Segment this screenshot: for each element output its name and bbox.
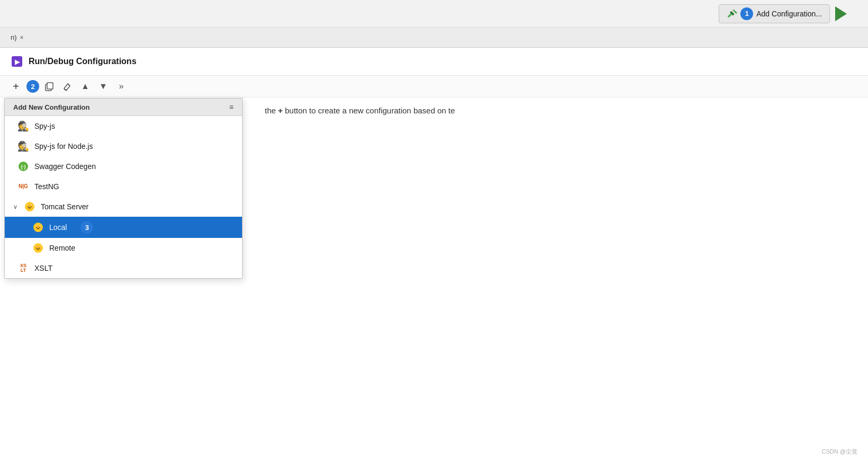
right-prefix-text: the: [265, 106, 276, 115]
xslt-icon: XSLT: [17, 262, 29, 274]
list-item[interactable]: 🕵 Spy-js for Node.js: [5, 136, 242, 156]
dialog-toolbar: + 2 ▲ ▼ » Add New Conf: [0, 76, 868, 97]
list-item[interactable]: N|G TestNG: [5, 176, 242, 197]
swagger-icon: {·}: [17, 161, 29, 172]
main-area: ▶ Run/Debug Configurations + 2: [0, 48, 868, 461]
more-button[interactable]: »: [113, 79, 129, 94]
list-item[interactable]: 🐱 Remote: [5, 238, 242, 258]
step-badge-3: 3: [80, 221, 93, 234]
step-badge-2: 2: [26, 80, 39, 93]
add-button[interactable]: +: [8, 79, 23, 94]
dialog-title-bar: ▶ Run/Debug Configurations: [0, 48, 868, 76]
dropdown-header: Add New Configuration ≡: [5, 99, 242, 116]
dialog-title: Run/Debug Configurations: [29, 57, 137, 66]
step-badge-1: 1: [740, 7, 753, 20]
dialog-panel: ▶ Run/Debug Configurations + 2: [0, 48, 868, 461]
right-suffix-text: button to create a new configuration bas…: [285, 106, 455, 115]
play-button[interactable]: [835, 6, 847, 21]
expand-arrow-icon: ∨: [13, 203, 17, 210]
list-item[interactable]: {·} Swagger Codegen: [5, 156, 242, 176]
tomcat-remote-icon: 🐱: [32, 242, 44, 254]
top-toolbar: 1 Add Configuration...: [0, 0, 868, 28]
remote-label: Remote: [49, 244, 75, 252]
tab-label: n): [11, 33, 17, 41]
tomcat-icon: 🐱: [24, 201, 35, 212]
svg-text:{·}: {·}: [21, 164, 26, 170]
svg-text:🐱: 🐱: [34, 244, 42, 252]
list-item[interactable]: XSLT XSLT: [5, 258, 242, 278]
svg-rect-6: [47, 83, 53, 89]
tomcat-label: Tomcat Server: [41, 202, 88, 211]
content-right-area: the + button to create a new configurati…: [254, 95, 868, 126]
tab-bar: n) ×: [0, 28, 868, 48]
right-plus-text: +: [278, 106, 285, 115]
list-item[interactable]: ∨ 🐱 Tomcat Server: [5, 197, 242, 217]
spy-js-node-icon: 🕵: [17, 140, 29, 152]
edit-button[interactable]: [59, 79, 75, 94]
spy-js-label: Spy-js: [34, 122, 55, 130]
local-label: Local: [49, 223, 67, 232]
svg-text:🐱: 🐱: [26, 203, 33, 210]
tab-item[interactable]: n) ×: [4, 31, 30, 44]
svg-text:▶: ▶: [15, 58, 20, 66]
copy-button[interactable]: [41, 79, 57, 94]
run-debug-icon: ▶: [11, 55, 23, 68]
dropdown-menu: Add New Configuration ≡ 🕵 Spy-js 🕵 Spy-j…: [4, 98, 243, 279]
testng-icon: N|G: [17, 181, 29, 192]
testng-label: TestNG: [34, 182, 59, 191]
list-item[interactable]: 🕵 Spy-js: [5, 116, 242, 136]
spy-js-node-label: Spy-js for Node.js: [34, 142, 93, 150]
tab-close-button[interactable]: ×: [20, 34, 24, 41]
filter-icon: ≡: [229, 103, 234, 111]
watermark: CSDN @尘觉: [822, 448, 857, 456]
add-configuration-button[interactable]: 1 Add Configuration...: [719, 4, 830, 23]
list-item[interactable]: 🐱 Local 3: [5, 217, 242, 238]
spy-js-icon: 🕵: [17, 120, 29, 132]
svg-rect-0: [728, 13, 732, 17]
svg-line-7: [68, 84, 70, 86]
move-up-button[interactable]: ▲: [77, 79, 93, 94]
svg-line-2: [734, 10, 737, 13]
move-down-button[interactable]: ▼: [95, 79, 111, 94]
xslt-label: XSLT: [34, 264, 52, 272]
dropdown-header-label: Add New Configuration: [13, 103, 90, 111]
hammer-icon: [727, 8, 737, 19]
add-config-label: Add Configuration...: [756, 10, 822, 18]
swagger-label: Swagger Codegen: [34, 162, 96, 171]
svg-text:🐱: 🐱: [34, 224, 42, 231]
tomcat-local-icon: 🐱: [32, 221, 44, 233]
